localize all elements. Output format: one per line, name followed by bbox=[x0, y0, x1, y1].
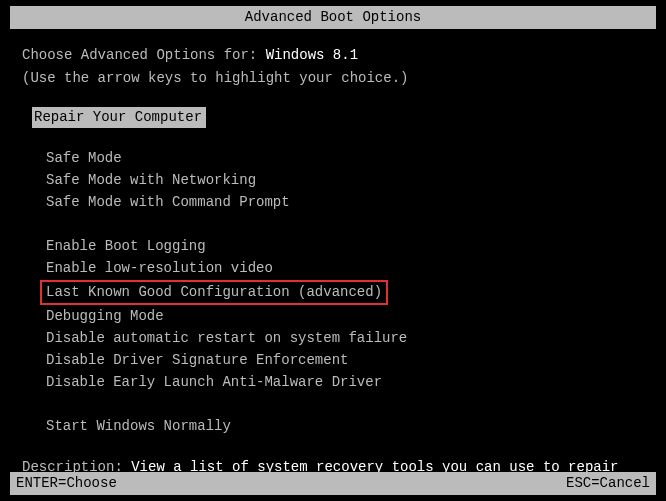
menu-item-disable-anti-malware[interactable]: Disable Early Launch Anti-Malware Driver bbox=[46, 372, 644, 393]
menu-item-boot-logging[interactable]: Enable Boot Logging bbox=[46, 236, 644, 257]
menu-item-safe-mode[interactable]: Safe Mode bbox=[46, 148, 644, 169]
menu-item-debugging-mode[interactable]: Debugging Mode bbox=[46, 306, 644, 327]
footer-esc: ESC=Cancel bbox=[566, 473, 650, 494]
footer-bar: ENTER=Choose ESC=Cancel bbox=[10, 472, 656, 495]
menu-item-disable-driver-sig[interactable]: Disable Driver Signature Enforcement bbox=[46, 350, 644, 371]
menu-item-safe-mode-networking[interactable]: Safe Mode with Networking bbox=[46, 170, 644, 191]
prompt-prefix: Choose Advanced Options for: bbox=[22, 47, 266, 63]
menu-item-repair-your-computer[interactable]: Repair Your Computer bbox=[32, 107, 206, 128]
menu-item-disable-auto-restart[interactable]: Disable automatic restart on system fail… bbox=[46, 328, 644, 349]
os-name: Windows 8.1 bbox=[266, 47, 358, 63]
content: Choose Advanced Options for: Windows 8.1… bbox=[0, 45, 666, 499]
menu-item-safe-mode-cmd[interactable]: Safe Mode with Command Prompt bbox=[46, 192, 644, 213]
title-text: Advanced Boot Options bbox=[245, 9, 421, 25]
footer-enter: ENTER=Choose bbox=[16, 473, 117, 494]
menu-item-low-res-video[interactable]: Enable low-resolution video bbox=[46, 258, 644, 279]
boot-menu: Safe Mode Safe Mode with Networking Safe… bbox=[46, 148, 644, 437]
prompt-line: Choose Advanced Options for: Windows 8.1 bbox=[22, 45, 644, 66]
title-bar: Advanced Boot Options bbox=[10, 6, 656, 29]
menu-item-last-known-good[interactable]: Last Known Good Configuration (advanced) bbox=[40, 280, 388, 305]
instruction-line: (Use the arrow keys to highlight your ch… bbox=[22, 68, 644, 89]
menu-item-start-normally[interactable]: Start Windows Normally bbox=[46, 416, 644, 437]
